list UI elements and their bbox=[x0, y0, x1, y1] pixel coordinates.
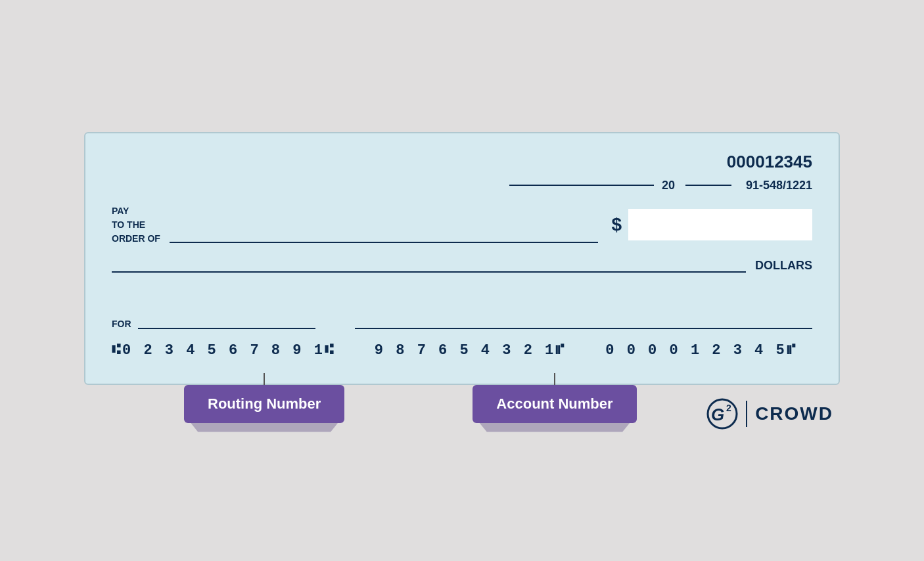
g2-icon: G 2 bbox=[706, 398, 738, 430]
amount-box bbox=[628, 209, 812, 240]
page-wrapper: 000012345 20 91-548/1221 PAYTO THEORDER … bbox=[41, 24, 883, 537]
g2-mark: G 2 bbox=[706, 398, 738, 430]
svg-text:G: G bbox=[711, 405, 724, 424]
date-year: 20 bbox=[662, 179, 675, 192]
micr-row: ⑆0 2 3 4 5 6 7 8 9 1⑆ 9 8 7 6 5 4 3 2 1⑈… bbox=[112, 342, 812, 359]
memo-line bbox=[138, 328, 315, 329]
date-row: 20 91-548/1221 bbox=[112, 179, 812, 192]
check-number: 000012345 bbox=[112, 152, 812, 172]
crowd-text: CROWD bbox=[755, 403, 833, 424]
svg-text:2: 2 bbox=[726, 403, 731, 413]
dollars-row: DOLLARS bbox=[112, 259, 812, 273]
payee-line bbox=[170, 242, 599, 243]
pay-label: PAYTO THEORDER OF bbox=[112, 204, 160, 246]
g2-divider bbox=[746, 401, 747, 427]
pay-row: PAYTO THEORDER OF $ bbox=[112, 204, 812, 246]
dollar-sign: $ bbox=[611, 214, 622, 235]
routing-number-callout: Routing Number bbox=[184, 385, 344, 423]
for-label: FOR bbox=[112, 319, 131, 329]
micr-account: 0 0 0 0 1 2 3 4 5⑈ bbox=[605, 342, 797, 359]
amount-words-line bbox=[112, 271, 746, 273]
micr-routing: ⑆0 2 3 4 5 6 7 8 9 1⑆ bbox=[112, 342, 335, 359]
date-short-line bbox=[685, 185, 731, 186]
date-line bbox=[509, 185, 654, 186]
routing-number-label: Routing Number bbox=[208, 395, 321, 413]
account-number-label: Account Number bbox=[496, 395, 612, 413]
g2-crowd-logo: G 2 CROWD bbox=[706, 398, 833, 430]
spacer bbox=[112, 299, 812, 319]
micr-check-number: 9 8 7 6 5 4 3 2 1⑈ bbox=[375, 342, 566, 359]
labels-row: Routing Number Account Number G 2 CROWD bbox=[84, 385, 840, 430]
for-row: FOR bbox=[112, 319, 812, 329]
check: 000012345 20 91-548/1221 PAYTO THEORDER … bbox=[84, 132, 840, 385]
routing-fraction: 91-548/1221 bbox=[746, 179, 812, 192]
signature-line bbox=[355, 328, 812, 329]
dollars-label: DOLLARS bbox=[755, 259, 812, 273]
account-number-callout: Account Number bbox=[473, 385, 636, 423]
